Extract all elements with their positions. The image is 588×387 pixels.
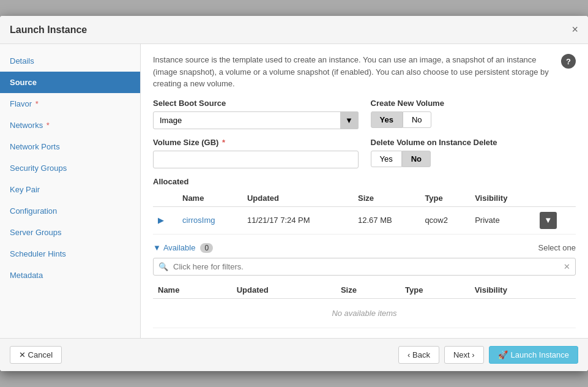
row-action: ▼ [535, 206, 576, 234]
launch-button-label: Launch Instance [511, 350, 569, 359]
footer-left: ✕ Cancel [10, 346, 62, 364]
col-visibility: Visibility [470, 190, 535, 207]
volume-size-input[interactable]: 1 [153, 151, 359, 168]
modal-footer: ✕ Cancel ‹ Back Next › 🚀 Launch Instance [0, 338, 588, 371]
col-type: Type [420, 190, 470, 207]
sidebar-item-key-pair[interactable]: Key Pair [0, 179, 140, 200]
sidebar-item-metadata[interactable]: Metadata [0, 265, 140, 286]
row-name: cirrosImg [177, 206, 242, 234]
available-table: Name Updated Size Type Visibility No ava… [153, 282, 576, 328]
create-volume-label: Create New Volume [371, 99, 576, 108]
help-text: Instance source is the template used to … [153, 54, 556, 90]
available-section: ▼ Available 0 Select one 🔍 ✕ Name U [153, 243, 576, 328]
no-items-cell: No available items [153, 298, 576, 328]
allocated-section: Allocated Name Updated Size Type Visibil… [153, 177, 576, 235]
launch-button[interactable]: 🚀 Launch Instance [489, 346, 578, 364]
avail-col-type: Type [400, 282, 470, 299]
sidebar-item-flavor[interactable]: Flavor * [0, 93, 140, 115]
modal-body: Details Source Flavor * Networks * Netwo… [0, 44, 588, 338]
volume-size-row: Volume Size (GB) * 1 Delete Volume on In… [153, 138, 576, 168]
sidebar-item-network-ports[interactable]: Network Ports [0, 136, 140, 157]
available-toggle[interactable]: ▼ Available [153, 243, 195, 252]
row-visibility: Private [470, 206, 535, 234]
col-action [535, 190, 576, 207]
sidebar-item-scheduler-hints[interactable]: Scheduler Hints [0, 243, 140, 265]
table-row: ▶ cirrosImg 11/21/17 7:24 PM 12.67 MB qc… [153, 206, 576, 234]
allocated-table-head: Name Updated Size Type Visibility [153, 190, 576, 207]
avail-col-size: Size [336, 282, 400, 299]
row-expand-cell: ▶ [153, 206, 177, 234]
sidebar: Details Source Flavor * Networks * Netwo… [0, 44, 141, 338]
boot-source-select[interactable]: Image Snapshot Volume Volume Snapshot [153, 111, 359, 129]
available-count-badge: 0 [200, 243, 213, 253]
create-volume-btn-group: Yes No [371, 111, 576, 128]
row-size: 12.67 MB [353, 206, 420, 234]
filter-input[interactable] [173, 258, 559, 275]
back-button[interactable]: ‹ Back [398, 346, 439, 364]
row-type: qcow2 [420, 206, 470, 234]
col-updated: Updated [242, 190, 353, 207]
boot-source-group: Select Boot Source Image Snapshot Volume… [153, 99, 359, 129]
volume-size-group: Volume Size (GB) * 1 [153, 138, 359, 168]
sidebar-item-configuration[interactable]: Configuration [0, 200, 140, 222]
delete-volume-btn-group: Yes No [371, 151, 576, 167]
select-one-label: Select one [538, 243, 576, 252]
available-header: ▼ Available 0 Select one [153, 243, 576, 253]
create-volume-yes-btn[interactable]: Yes [371, 111, 403, 128]
row-name-link[interactable]: cirrosImg [182, 216, 215, 225]
help-icon[interactable]: ? [561, 54, 576, 69]
filter-row: 🔍 ✕ [153, 258, 576, 276]
close-button[interactable]: × [571, 23, 578, 36]
create-volume-no-btn[interactable]: No [403, 111, 431, 128]
col-size: Size [353, 190, 420, 207]
delete-volume-label: Delete Volume on Instance Delete [371, 138, 576, 147]
modal-title: Launch Instance [10, 24, 87, 36]
boot-source-row: Select Boot Source Image Snapshot Volume… [153, 99, 576, 129]
boot-source-select-wrap: Image Snapshot Volume Volume Snapshot ▼ [153, 111, 359, 129]
help-row: Instance source is the template used to … [153, 54, 576, 90]
available-table-head: Name Updated Size Type Visibility [153, 282, 576, 299]
delete-volume-yes-btn[interactable]: Yes [371, 151, 402, 167]
chevron-down-icon: ▼ [153, 243, 161, 252]
no-items-row: No available items [153, 298, 576, 328]
footer-right: ‹ Back Next › 🚀 Launch Instance [398, 346, 578, 364]
allocated-title: Allocated [153, 177, 576, 186]
sidebar-item-server-groups[interactable]: Server Groups [0, 222, 140, 243]
search-icon: 🔍 [154, 258, 173, 275]
boot-source-label: Select Boot Source [153, 99, 359, 108]
col-name [153, 190, 177, 207]
expand-icon[interactable]: ▶ [158, 216, 164, 225]
create-volume-group: Create New Volume Yes No [371, 99, 576, 129]
sidebar-item-source[interactable]: Source [0, 72, 140, 93]
row-updated: 11/21/17 7:24 PM [242, 206, 353, 234]
allocated-table-body: ▶ cirrosImg 11/21/17 7:24 PM 12.67 MB qc… [153, 206, 576, 234]
avail-col-updated: Updated [232, 282, 336, 299]
sidebar-item-security-groups[interactable]: Security Groups [0, 157, 140, 179]
sidebar-item-details[interactable]: Details [0, 50, 140, 72]
filter-clear-btn[interactable]: ✕ [559, 258, 575, 275]
launch-instance-modal: Launch Instance × Details Source Flavor … [0, 16, 588, 371]
sidebar-item-networks[interactable]: Networks * [0, 115, 140, 136]
rocket-icon: 🚀 [498, 350, 508, 359]
available-header-row: Name Updated Size Type Visibility [153, 282, 576, 299]
avail-col-visibility: Visibility [470, 282, 576, 299]
avail-col-name: Name [153, 282, 232, 299]
allocated-header-row: Name Updated Size Type Visibility [153, 190, 576, 207]
remove-item-btn[interactable]: ▼ [540, 212, 557, 229]
delete-volume-no-btn[interactable]: No [402, 151, 431, 167]
allocated-table: Name Updated Size Type Visibility ▶ cirr… [153, 190, 576, 235]
delete-volume-group: Delete Volume on Instance Delete Yes No [371, 138, 576, 168]
main-content: Instance source is the template used to … [141, 44, 588, 338]
next-button[interactable]: Next › [444, 346, 484, 364]
cancel-button[interactable]: ✕ Cancel [10, 346, 62, 364]
available-table-body: No available items [153, 298, 576, 328]
volume-size-label: Volume Size (GB) * [153, 138, 359, 147]
available-label: Available [163, 243, 196, 252]
col-name-label: Name [177, 190, 242, 207]
modal-header: Launch Instance × [0, 16, 588, 44]
